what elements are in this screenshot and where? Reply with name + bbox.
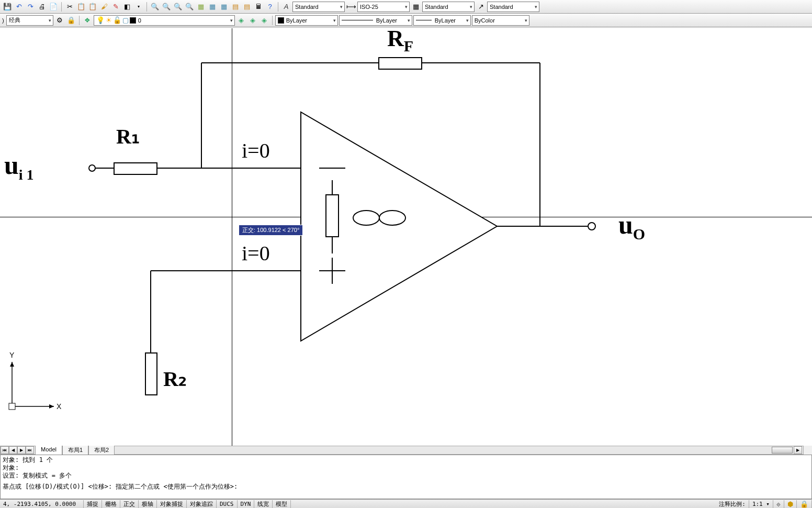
paste-icon[interactable]: 📋 — [87, 2, 98, 12]
table-style-dropdown[interactable]: Standard — [422, 2, 475, 12]
help-icon[interactable]: ? — [265, 2, 275, 12]
dimstyle-icon[interactable]: ⟼ — [346, 2, 356, 12]
layout-tabs: Model 布局1 布局2 — [35, 446, 115, 455]
workspace-dropdown[interactable]: 经典 — [6, 15, 53, 26]
zoom-previous-icon[interactable]: 🔍 — [173, 2, 183, 12]
label-uo: uO — [618, 209, 645, 243]
preview-icon[interactable]: 📄 — [48, 2, 59, 12]
layer-dropdown[interactable]: 💡 ☀ 🔓 ▢ 0 — [94, 15, 235, 26]
scroll-thumb[interactable] — [772, 447, 793, 454]
status-grid[interactable]: 栅格 — [102, 500, 120, 508]
status-ducs[interactable]: DUCS — [217, 500, 238, 508]
workspace-settings-icon[interactable]: ⚙ — [54, 15, 65, 26]
zoom-realtime-icon[interactable]: 🔍 — [150, 2, 160, 12]
cmd-line: 基点或 [位移(D)/模式(O)] <位移>: 指定第二个点或 <使用第一个点作… — [3, 483, 809, 491]
label-ui1: ui 1 — [4, 150, 34, 183]
scroll-right-icon[interactable]: ▶ — [794, 446, 802, 454]
print-icon[interactable]: 🖨 — [37, 2, 47, 12]
status-bar: 4, -2193.4105, 0.0000 捕捉 栅格 正交 极轴 对象捕捉 对… — [0, 499, 812, 508]
palette3-icon[interactable]: ▦ — [219, 2, 229, 12]
cmd-line: 设置: 复制模式 = 多个 — [3, 472, 809, 480]
cut-icon[interactable]: ✂ — [64, 2, 75, 12]
lineweight-preview — [416, 20, 432, 20]
separator — [272, 16, 273, 25]
tab-prev-icon[interactable]: ◀ — [9, 446, 17, 454]
layer-tool1-icon[interactable]: ◈ — [236, 15, 246, 26]
status-coords[interactable]: 4, -2193.4105, 0.0000 — [0, 500, 84, 508]
lock-icon: 🔓 — [113, 17, 121, 24]
status-polar[interactable]: 极轴 — [139, 500, 157, 508]
command-window[interactable]: 对象: 找到 1 个 对象: 设置: 复制模式 = 多个 基点或 [位移(D)/… — [0, 455, 812, 499]
redo-icon[interactable]: ↷ — [25, 2, 36, 12]
tab-layout2[interactable]: 布局2 — [88, 446, 115, 455]
lineweight-dropdown[interactable]: ByLayer — [413, 15, 471, 26]
plot-icon: ▢ — [122, 17, 129, 24]
status-anno-icon2[interactable]: ⬢ — [784, 500, 797, 508]
pan-icon[interactable]: 🔍 — [184, 2, 195, 12]
copy-icon[interactable]: 📋 — [76, 2, 86, 12]
dim-style-dropdown[interactable]: ISO-25 — [357, 2, 410, 12]
tab-model[interactable]: Model — [35, 446, 62, 455]
status-snap[interactable]: 捕捉 — [84, 500, 102, 508]
text-style-dropdown[interactable]: Standard — [292, 2, 345, 12]
status-ortho[interactable]: 正交 — [120, 500, 139, 508]
status-anno-icon1[interactable]: ⟐ — [773, 500, 784, 508]
linetype-preview — [342, 20, 373, 20]
workspace-value: 经典 — [9, 16, 20, 24]
svg-point-5 — [89, 165, 95, 171]
tab-first-icon[interactable]: ⏮ — [1, 446, 9, 454]
toolbar-standard: 💾 ↶ ↷ 🖨 📄 ✂ 📋 📋 🖌 ✎ ◧ ▾ 🔍 🔍 🔍 🔍 ▦ ▦ ▦ ▤ … — [0, 0, 812, 14]
mleaderstyle-icon[interactable]: ↗ — [476, 2, 486, 12]
label-i0-bottom: i=0 — [242, 241, 270, 266]
linetype-value: ByLayer — [376, 17, 397, 24]
status-model[interactable]: 模型 — [273, 500, 291, 508]
palette1-icon[interactable]: ▦ — [196, 2, 206, 12]
plotstyle-dropdown[interactable]: ByColor — [472, 15, 529, 26]
drawing-canvas[interactable]: RF R₁ ui 1 i=0 i=0 uO R₂ 正交: 100.9122 < … — [0, 28, 812, 446]
palette2-icon[interactable]: ▦ — [207, 2, 218, 12]
linetype-dropdown[interactable]: ByLayer — [339, 15, 412, 26]
status-lwt[interactable]: 线宽 — [254, 500, 273, 508]
eraser-icon[interactable]: ◧ — [122, 2, 132, 12]
zoom-window-icon[interactable]: 🔍 — [161, 2, 172, 12]
text-style-value: Standard — [295, 4, 319, 10]
color-dropdown[interactable]: ByLayer — [275, 15, 338, 26]
svg-rect-14 — [326, 195, 339, 237]
separator — [146, 2, 147, 12]
markup-icon[interactable]: ▤ — [242, 2, 252, 12]
status-dyn[interactable]: DYN — [238, 500, 255, 508]
status-lock-icon[interactable]: 🔒 — [797, 500, 812, 508]
svg-rect-1 — [379, 58, 422, 69]
brush-icon[interactable]: ✎ — [110, 2, 121, 12]
svg-marker-26 — [10, 362, 14, 367]
layer-tool2-icon[interactable]: ◈ — [247, 15, 258, 26]
tab-layout1[interactable]: 布局1 — [62, 446, 88, 455]
status-otrack[interactable]: 对象追踪 — [187, 500, 217, 508]
status-osnap[interactable]: 对象捕捉 — [157, 500, 187, 508]
undo-icon[interactable]: ↶ — [14, 2, 24, 12]
match-icon[interactable]: 🖌 — [99, 2, 109, 12]
svg-rect-27 — [9, 403, 15, 410]
calc-icon[interactable]: 🖩 — [253, 2, 264, 12]
workspace-label-prefix: ) — [2, 17, 4, 24]
layer-manager-icon[interactable]: ❖ — [82, 15, 93, 26]
status-anno-scale[interactable]: 1:1 ▾ — [749, 500, 773, 508]
layer-name: 0 — [138, 17, 141, 24]
label-rf: RF — [387, 28, 413, 55]
tab-last-icon[interactable]: ⏭ — [26, 446, 34, 454]
workspace-lock-icon[interactable]: 🔒 — [66, 15, 76, 26]
tablestyle-icon[interactable]: ▦ — [411, 2, 421, 12]
bulb-icon: 💡 — [96, 17, 105, 24]
mleader-style-dropdown[interactable]: Standard — [487, 2, 539, 12]
dropdown-arrow-icon[interactable]: ▾ — [133, 2, 144, 12]
ucs-icon: X Y — [4, 351, 62, 414]
save-icon[interactable]: 💾 — [2, 2, 13, 12]
toolbar-layers: ) 经典 ⚙ 🔒 ❖ 💡 ☀ 🔓 ▢ 0 ◈ ◈ ◈ ByLayer ByLay… — [0, 14, 812, 27]
layer-tool3-icon[interactable]: ◈ — [259, 15, 269, 26]
layer-color-swatch — [130, 17, 136, 24]
lineweight-value: ByLayer — [435, 17, 456, 24]
tab-next-icon[interactable]: ▶ — [17, 446, 26, 454]
sheet-icon[interactable]: ▤ — [230, 2, 241, 12]
label-r2: R₂ — [163, 367, 187, 391]
textstyle-icon[interactable]: A — [281, 2, 291, 12]
